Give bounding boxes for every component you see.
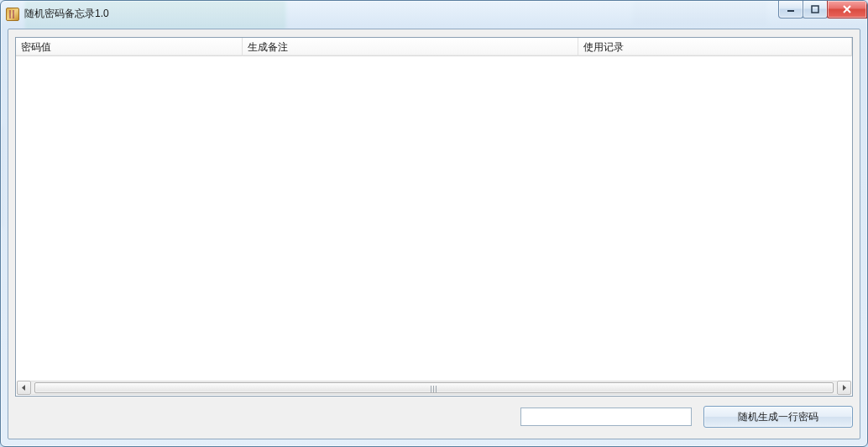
- scroll-right-button[interactable]: [837, 381, 851, 395]
- svg-marker-5: [843, 385, 846, 391]
- column-header-password[interactable]: 密码值: [16, 38, 243, 56]
- scroll-left-button[interactable]: [17, 381, 31, 395]
- window-controls: [779, 1, 867, 18]
- scroll-thumb[interactable]: [34, 382, 834, 393]
- close-icon: [842, 5, 852, 13]
- maximize-button[interactable]: [803, 1, 828, 18]
- close-button[interactable]: [827, 1, 867, 18]
- horizontal-scrollbar[interactable]: [17, 381, 851, 395]
- column-header-usage[interactable]: 使用记录: [578, 38, 852, 56]
- content-panel: 密码值 生成备注 使用记录 随机生成一行密码: [8, 29, 860, 439]
- scroll-track[interactable]: [31, 381, 837, 395]
- generate-button[interactable]: 随机生成一行密码: [703, 406, 853, 428]
- window-title: 随机密码备忘录1.0: [24, 7, 109, 21]
- list-body[interactable]: [16, 56, 852, 380]
- list-header: 密码值 生成备注 使用记录: [16, 38, 852, 56]
- application-window: 随机密码备忘录1.0 密码值 生成备注 使用记录: [0, 0, 868, 447]
- password-input[interactable]: [520, 408, 692, 426]
- chevron-left-icon: [21, 385, 27, 391]
- svg-rect-1: [812, 6, 818, 13]
- app-icon: [6, 8, 19, 21]
- maximize-icon: [811, 5, 819, 13]
- titlebar[interactable]: 随机密码备忘录1.0: [1, 1, 867, 27]
- bottom-controls: 随机生成一行密码: [15, 404, 853, 429]
- minimize-icon: [787, 5, 795, 13]
- svg-marker-4: [22, 385, 25, 391]
- minimize-button[interactable]: [778, 1, 803, 18]
- svg-rect-0: [787, 10, 794, 12]
- chevron-right-icon: [841, 385, 847, 391]
- password-list: 密码值 生成备注 使用记录: [15, 37, 853, 397]
- column-header-note[interactable]: 生成备注: [243, 38, 578, 56]
